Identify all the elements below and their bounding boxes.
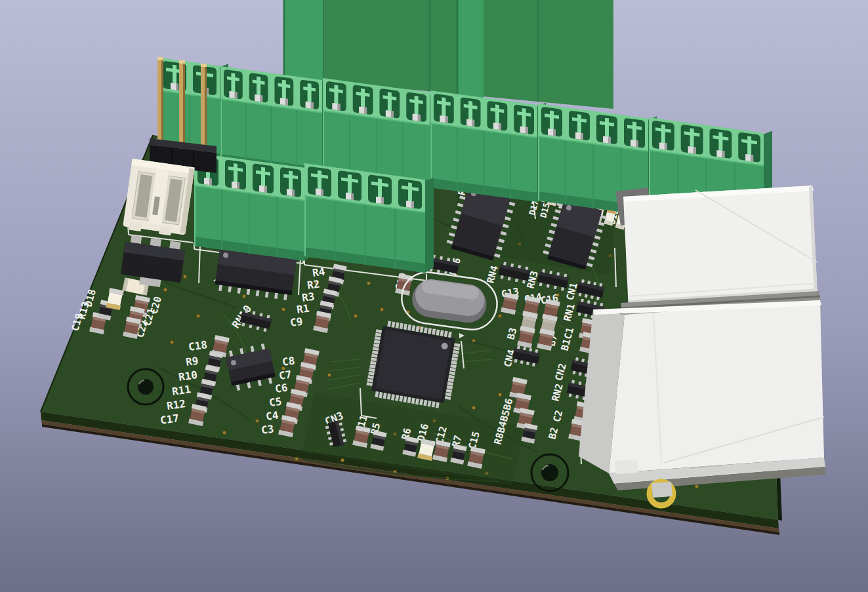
jack-latch-tab bbox=[615, 460, 638, 474]
silkscreen-label: C18 bbox=[188, 338, 208, 353]
via bbox=[695, 484, 699, 488]
screw-shade bbox=[381, 197, 384, 205]
hole-bore bbox=[541, 464, 558, 481]
screw-shade bbox=[237, 182, 239, 189]
screw-shade bbox=[285, 98, 288, 106]
panel-face bbox=[457, 0, 484, 101]
screw-shade bbox=[264, 186, 267, 193]
via bbox=[295, 457, 299, 461]
silkscreen-label: R10 bbox=[178, 368, 198, 384]
via bbox=[281, 307, 285, 311]
header-pin-shade bbox=[205, 66, 207, 155]
silkscreen-label: R1 bbox=[296, 302, 310, 315]
silkscreen-label: R9 bbox=[185, 354, 199, 368]
pcb-render-canvas[interactable]: voltageFRN9RN10R4R2R3R1C9C10C18R9R10R11R… bbox=[0, 0, 868, 592]
via bbox=[380, 307, 384, 311]
jack-peg bbox=[651, 482, 672, 498]
screw-shade bbox=[418, 115, 421, 122]
screw-shade bbox=[311, 102, 314, 109]
silkscreen-label: C9 bbox=[289, 315, 304, 328]
jst-tab bbox=[129, 222, 142, 231]
silkscreen-label: R11 bbox=[171, 383, 192, 398]
via bbox=[170, 340, 174, 344]
screw-shade bbox=[499, 123, 501, 130]
screw-shade bbox=[391, 111, 394, 118]
via bbox=[498, 314, 502, 318]
header-pin-shade bbox=[183, 62, 185, 152]
screw-shade bbox=[526, 127, 528, 134]
screw-shade bbox=[693, 147, 696, 154]
via bbox=[183, 275, 187, 279]
screw-shade bbox=[351, 193, 354, 201]
silkscreen-label: C17 bbox=[159, 412, 180, 427]
screw-shade bbox=[321, 189, 323, 196]
terminal-block-back-panel bbox=[457, 0, 484, 101]
pcb-3d-viewer-viewport[interactable]: voltageFRN9RN10R4R2R3R1C9C10C18R9R10R11R… bbox=[0, 0, 868, 592]
screw-shade bbox=[364, 108, 367, 115]
silkscreen-label: C8 bbox=[281, 354, 296, 368]
header-pin-shade bbox=[161, 59, 163, 149]
via bbox=[341, 458, 344, 462]
screw-shade bbox=[608, 136, 611, 144]
terminal-block-4pos[interactable] bbox=[430, 87, 546, 203]
header-pin-top bbox=[157, 57, 163, 60]
screw-shade bbox=[553, 129, 556, 136]
silkscreen-label: C3 bbox=[260, 422, 275, 436]
block-side-face bbox=[425, 176, 434, 274]
screw-shade bbox=[411, 201, 414, 208]
screw-shade bbox=[751, 155, 753, 162]
modular-jack-upper bbox=[615, 186, 818, 311]
jst-power-connector bbox=[123, 159, 195, 237]
via bbox=[222, 431, 226, 435]
pin-header-3pin bbox=[150, 57, 217, 173]
via bbox=[472, 406, 476, 410]
via bbox=[242, 294, 246, 298]
screw-shade bbox=[472, 120, 474, 127]
silkscreen-label: C7 bbox=[278, 368, 293, 382]
via bbox=[367, 281, 371, 285]
hole-bore bbox=[138, 379, 154, 395]
screw-shade bbox=[234, 92, 237, 99]
screw-shade bbox=[260, 95, 262, 102]
header-pin-top bbox=[179, 60, 185, 64]
via bbox=[498, 393, 502, 397]
screw-shade bbox=[209, 178, 212, 186]
screw-shade bbox=[445, 116, 447, 123]
modular-jack-lower bbox=[579, 300, 825, 490]
ic-body-top bbox=[375, 330, 451, 399]
silkscreen-label: C5 bbox=[268, 395, 283, 408]
via bbox=[327, 373, 331, 377]
screw-shade bbox=[665, 143, 667, 150]
via bbox=[163, 288, 167, 292]
screw-shade bbox=[722, 151, 724, 158]
via bbox=[196, 314, 200, 318]
screw-shade bbox=[581, 133, 583, 140]
screw-shade bbox=[176, 83, 178, 90]
screw-shade bbox=[337, 104, 340, 111]
mcu-qfp64 bbox=[365, 319, 463, 410]
screw-shade bbox=[292, 189, 295, 197]
via bbox=[255, 419, 259, 423]
via bbox=[354, 314, 358, 318]
header-pin-top bbox=[201, 64, 207, 67]
silkscreen-label: C6 bbox=[274, 381, 289, 395]
silkscreen-label: C4 bbox=[265, 408, 279, 422]
screw-shade bbox=[636, 140, 638, 148]
silkscreen-label: R12 bbox=[166, 397, 186, 412]
jst-tab bbox=[159, 226, 171, 235]
